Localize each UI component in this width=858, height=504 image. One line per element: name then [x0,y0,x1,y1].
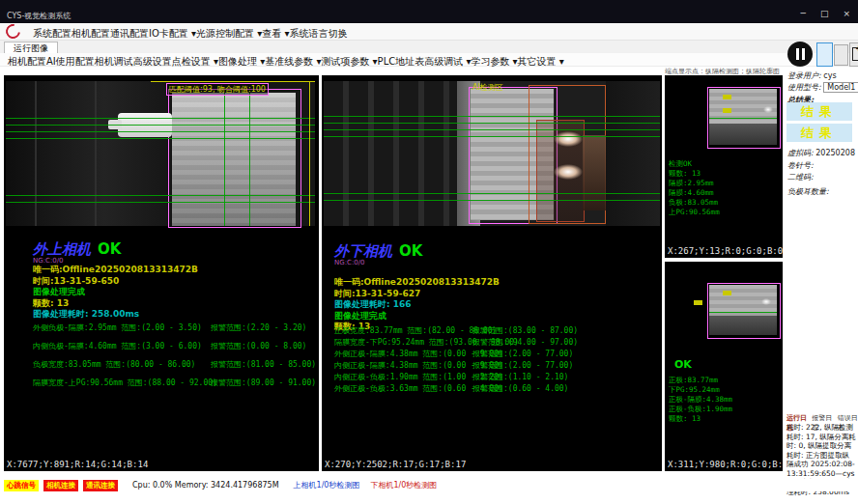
machinery-right [606,81,660,226]
status-badge: 心跳信号 [4,480,39,491]
aux-view-bottom[interactable]: OK 正极:83.77mm下PG:95.24mm正极-隔膜:4.38mm正极-负… [665,262,783,471]
measurement-row: 外侧正极-负极:3.63mm 范围:(0.60 - 4.00) 报警范围:(0.… [334,383,653,395]
tab-count-label: 负极耳数量: [787,187,829,196]
measurement-row: 外侧负极-隔膜:2.95mm 范围:(2.00 - 3.50) 报警范围:(2.… [33,322,315,341]
result-box-upper: 结果 [786,102,852,121]
login-user-row: 登录用户: cys [787,70,837,81]
aux-result-line: 正极:83.77mm [669,376,732,385]
toolbar-item[interactable]: 高级调试 ▾ [424,56,471,67]
status-badge: 相机连接 [43,480,78,491]
overlay-tag-yellow [723,291,731,295]
ng-counter: NG:C:0/0 [33,257,121,265]
overlay-tag-yellow [694,300,702,305]
minimize-button[interactable]: ─ [801,9,806,18]
result-status-ok: OK [399,242,422,260]
alarm-range: 报警范围:(0.60 - 4.00) [472,383,568,394]
cursor-coords-lower: X:270;Y:2502;R:17;G:17;B:17 [325,460,466,469]
roi-rectangle-magenta [707,283,781,339]
camera-image-upper[interactable]: 匹配阈值:93, 吻合阈值:100 [6,81,315,226]
camera-view-lower[interactable]: AI检测区 外下相机 OK NG:C:0/0 唯一码:Offline202502… [322,75,662,471]
roi-rectangle-magenta [168,89,301,228]
exit-button[interactable]: + [849,42,858,67]
menu-item[interactable]: 系统语言切换 [289,28,347,39]
aux-result-line: 隔膜:4.60mm [669,188,720,198]
alarm-range: 报警范围:(2.00 - 77.00) [472,349,573,359]
result-info-line: 图像处理耗时: 166 [334,299,500,311]
measure-line-green [6,138,315,139]
menu-item[interactable]: 系统配置 [33,28,72,39]
toolbar-item[interactable]: AI使用配置 [46,56,95,67]
result-status-ok: OK [98,240,121,258]
alarm-range: 报警范围:(1.10 - 2.10) [472,372,568,382]
lower-camera-rate: 下相机1/0秒检测图 [370,480,437,490]
baseline-yellow-horizontal [151,81,315,82]
measure-line-green [324,129,660,130]
operator-button[interactable] [834,44,848,66]
toolbar-item[interactable]: 图像处理 ▾ [218,56,265,67]
camera-view-upper[interactable]: 匹配阈值:93, 吻合阈值:100 外上相机 OK NG:C:0/0 唯一码:O… [4,75,319,471]
measurement-row: 正极宽度:83.77mm 范围:(82.00 - 88.00) 报警范围:(83… [334,325,653,337]
result-box-lower: 结果 [786,124,852,142]
toolbar-item[interactable]: 学习参数 ▾ [471,56,517,67]
machine-edge-line [95,81,97,226]
ai-region-label: AI检测区 [472,82,503,93]
virtual-code-row: 虚拟码: 20250208 [787,148,855,158]
alarm-range: 报警范围:(0.00 - 8.00) [211,341,306,351]
menu-item[interactable]: 光源控制配置 ▾ [196,28,262,39]
menu-item[interactable]: 查看 ▾ [262,28,289,39]
result-info-line: 图像处理耗时: 258.00ms [33,309,198,321]
status-bar: 心跳信号相机连接通讯连接 Cpu: 0.0% Memory: 3424.4179… [0,479,858,491]
camera-image-lower[interactable]: AI检测区 [324,81,660,226]
pause-button[interactable] [787,42,813,67]
qr-code-label: 二维码: [787,173,814,182]
toolbar-item[interactable]: PLC地址表 [378,56,425,67]
menu-item[interactable]: 相机配置 [72,28,110,39]
measurement-row: 负极宽度:83.05mm 范围:(80.00 - 86.00) 报警范围:(81… [33,359,315,378]
aux-view-top[interactable]: 检测OK颗数: 13隔膜:2.95mm隔膜:4.60mm负极:83.05mm上P… [665,75,783,258]
login-user-label: 登录用户: [787,71,821,80]
measure-line-green [709,312,777,313]
menu-item[interactable]: 通讯配置 [110,28,149,39]
measurement-row: 隔膜宽度-上PG:90.56mm 范围:(88.00 - 92.00) 报警范围… [33,378,315,396]
measurement-value: 内侧负极-隔膜:4.60mm 范围:(3.00 - 6.00) [33,342,202,350]
toolbar-item[interactable]: 相机调试 [95,56,133,67]
overlay-tag-yellow [723,95,731,99]
title-bar: CYS-视觉检测系统 ─ □ × [0,0,858,23]
measurement-row: 内侧正极-负极:1.90mm 范围:(1.00 - 2.20) 报警范围:(1.… [334,372,653,383]
result-info-line: 图像处理完成 [334,311,500,322]
menu-bar: 系统配置相机配置通讯配置IO卡配置 ▾光源控制配置 ▾查看 ▾系统语言切换 [0,23,858,41]
toolbar-item[interactable]: 相机配置 [8,56,46,67]
model-select[interactable]: Model1 [823,82,858,93]
toolbar-item[interactable]: 点检设置 ▾ [172,56,218,67]
aux-result-line: 负极:83.05mm [669,198,720,208]
app-window: CYS-视觉检测系统 ─ □ × 系统配置相机配置通讯配置IO卡配置 ▾光源控制… [0,0,858,504]
measurement-row: 内侧正极-隔膜:4.38mm 范围:(0.00 - 9.00) 报警范围:(2.… [334,360,653,372]
toolbar-item[interactable]: 测试项参数 ▾ [321,56,377,67]
menu-item[interactable]: IO卡配置 ▾ [149,28,196,39]
aux-result-line: 上PG:90.56mm [669,208,720,217]
measure-line-green [324,123,660,124]
status-badge: 通讯连接 [83,480,118,491]
baseline-yellow-vertical [309,81,310,226]
camera-name-lower: 外下相机 [334,242,392,260]
cursor-coords-aux-top: X:267;Y:13;R:0;G:0;B:0 [668,246,783,256]
machinery-background [6,81,170,226]
measure-line-green [6,118,315,119]
toolbar-item[interactable]: 其它设置 ▾ [518,56,564,67]
overlay-tag-yellow [723,108,731,113]
toolbar-item[interactable]: 基准线参数 ▾ [265,56,321,67]
window-title: CYS-视觉检测系统 [7,11,71,21]
needle-number-label: 卷针号: [787,161,814,170]
threshold-overlay-label: 匹配阈值:93, 吻合阈值:100 [166,83,269,96]
aux-result-line: 颗数: 13 [669,414,732,424]
app-logo-icon [3,21,23,42]
toolbar-item[interactable]: 高级设置 [133,56,172,67]
virtual-code-value: 20250208 [815,149,855,157]
maximize-button[interactable]: □ [820,9,829,18]
alarm-range: 报警范围:(83.00 - 87.00) [472,325,578,336]
user-login-button[interactable] [816,42,833,67]
measure-line-green [324,193,660,194]
alarm-range: 报警范围:(2.20 - 3.20) [211,322,306,333]
aux-result-line: 下PG:95.24mm [669,385,732,395]
close-button[interactable]: × [843,9,850,18]
